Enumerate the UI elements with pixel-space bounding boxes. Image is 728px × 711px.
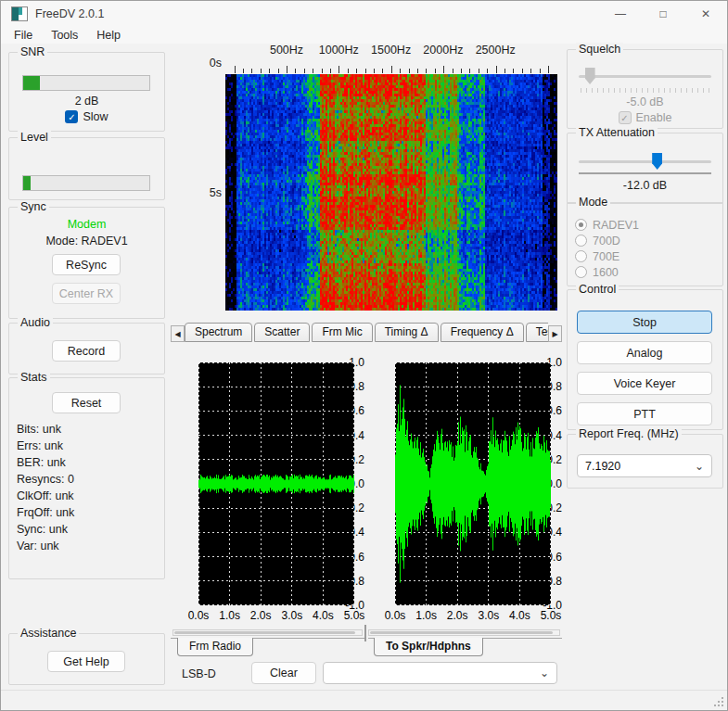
minimize-icon[interactable]: — xyxy=(599,1,642,27)
level-groupbox: Level xyxy=(8,137,165,200)
close-icon[interactable]: ✕ xyxy=(684,1,727,27)
squelch-groupbox: Squelch -5.0 dB ✓ Enable xyxy=(567,49,723,129)
chevron-down-icon: ⌄ xyxy=(540,668,549,678)
x-tick-label: 2.0s xyxy=(250,609,272,622)
reset-button[interactable]: Reset xyxy=(52,392,121,413)
mode-option-label: 1600 xyxy=(593,266,619,279)
stats-list: Bits: unkErrs: unkBER: unkResyncs: 0ClkO… xyxy=(17,421,74,554)
to-speaker-scrollbar[interactable] xyxy=(368,629,560,636)
chevron-down-icon: ⌄ xyxy=(695,462,704,471)
waterfall-freq-label: 500Hz xyxy=(270,44,303,57)
waterfall-tick-strip xyxy=(225,62,557,73)
report-freq-combobox[interactable]: 7.1920 ⌄ xyxy=(577,454,712,477)
x-tick-label: 5.0s xyxy=(541,609,562,622)
menu-bar: FileToolsHelp xyxy=(1,27,727,44)
from-radio-waveform xyxy=(198,362,354,605)
radio-icon xyxy=(575,250,587,262)
stat-line: Errs: unk xyxy=(17,438,74,454)
x-tick-label: 2.0s xyxy=(447,609,468,622)
from-radio-scrollbar-thumb[interactable] xyxy=(174,631,355,634)
waterfall-freq-label: 1500Hz xyxy=(371,44,411,57)
get-help-button[interactable]: Get Help xyxy=(47,651,125,672)
tab-frm-mic[interactable]: Frm Mic xyxy=(312,323,372,342)
waterfall-time-5s: 5s xyxy=(198,186,222,199)
tab-frequency-[interactable]: Frequency Δ xyxy=(441,323,524,342)
squelch-slider-track xyxy=(579,75,711,78)
center-panel: 500Hz1000Hz1500Hz2000Hz2500Hz 0s 5s ◀ Sp… xyxy=(171,44,562,692)
window-title: FreeDV 2.0.1 xyxy=(35,7,104,20)
to-speaker-scrollbar-thumb[interactable] xyxy=(370,631,553,634)
stop-button[interactable]: Stop xyxy=(577,311,712,334)
slow-checkbox-label: Slow xyxy=(83,110,108,123)
mode-option-label: 700E xyxy=(593,250,619,263)
radio-dot-icon xyxy=(579,222,583,227)
center-rx-button: Center RX xyxy=(52,283,121,304)
maximize-icon[interactable]: □ xyxy=(642,1,684,27)
tx-attenuation-groupbox: TX Attenuation -12.0 dB xyxy=(567,133,723,204)
waterfall-freq-label: 2500Hz xyxy=(476,44,516,57)
title-bar: FreeDV 2.0.1 — □ ✕ xyxy=(1,1,727,27)
squelch-enable-checkbox: ✓ xyxy=(619,111,632,124)
mode-option-700e: 700E xyxy=(575,248,639,264)
audio-label: Audio xyxy=(18,316,53,329)
x-tick-label: 0.0s xyxy=(385,609,406,622)
check-icon: ✓ xyxy=(68,112,75,122)
tx-attenuation-slider-thumb[interactable] xyxy=(652,153,662,170)
level-label: Level xyxy=(18,131,51,144)
squelch-slider-thumb xyxy=(585,68,595,84)
squelch-enable-label: Enable xyxy=(636,111,672,124)
menu-item-help[interactable]: Help xyxy=(87,29,130,42)
mode-option-radev1: RADEV1 xyxy=(575,217,639,233)
x-tick-label: 1.0s xyxy=(415,609,437,622)
voice-keyer-button[interactable]: Voice Keyer xyxy=(577,372,712,395)
waterfall-time-0s: 0s xyxy=(198,57,222,70)
report-freq-groupbox: Report Freq. (MHz) 7.1920 ⌄ xyxy=(567,434,723,489)
squelch-enable-row: ✓ Enable xyxy=(568,111,722,124)
mode-options: RADEV1700D700E1600 xyxy=(575,217,639,280)
menu-item-tools[interactable]: Tools xyxy=(42,29,87,42)
tab-scroll-left-icon[interactable]: ◀ xyxy=(171,325,185,342)
snr-value: 2 dB xyxy=(9,95,164,108)
tx-attenuation-slider-track[interactable] xyxy=(579,160,711,163)
audio-groupbox: Audio Record xyxy=(8,323,165,375)
stat-line: Var: unk xyxy=(17,538,74,554)
waterfall-freq-axis: 500Hz1000Hz1500Hz2000Hz2500Hz xyxy=(171,44,562,57)
squelch-label: Squelch xyxy=(576,43,623,56)
tab-spectrum[interactable]: Spectrum xyxy=(185,323,252,342)
plot-tabs: SpectrumScatterFrm MicTiming ΔFrequency … xyxy=(185,323,548,342)
panel-sash[interactable] xyxy=(364,625,366,641)
callsign-combobox[interactable]: ⌄ xyxy=(323,662,557,684)
resize-grip-icon[interactable] xyxy=(714,697,724,707)
tab-to-speaker[interactable]: To Spkr/Hdphns xyxy=(374,638,483,656)
tx-attenuation-groove xyxy=(579,172,711,174)
ptt-button[interactable]: PTT xyxy=(577,402,712,425)
sync-status-text: Modem xyxy=(9,218,164,231)
clear-button[interactable]: Clear xyxy=(251,662,316,684)
resync-button[interactable]: ReSync xyxy=(52,254,121,275)
tab-timing-[interactable]: Timing Δ xyxy=(375,323,439,342)
tab-scatter[interactable]: Scatter xyxy=(254,323,310,342)
tab-test-fram[interactable]: Test Fram xyxy=(526,323,548,342)
stat-line: BER: unk xyxy=(17,454,74,471)
sync-label: Sync xyxy=(18,200,49,213)
waterfall-freq-label: 1000Hz xyxy=(319,44,359,57)
menu-item-file[interactable]: File xyxy=(5,29,42,42)
mode-option-1600: 1600 xyxy=(575,264,639,280)
snr-groupbox: SNR 2 dB ✓ Slow xyxy=(8,52,165,132)
tab-from-radio[interactable]: Frm Radio xyxy=(177,638,253,656)
radio-icon xyxy=(575,235,587,247)
analog-button[interactable]: Analog xyxy=(577,341,712,364)
slow-checkbox[interactable]: ✓ xyxy=(65,110,78,123)
tab-scroll-right-icon[interactable]: ▶ xyxy=(548,325,562,342)
from-radio-scrollbar[interactable] xyxy=(172,629,363,636)
mode-label: Mode xyxy=(576,196,610,209)
control-label: Control xyxy=(576,283,619,296)
x-tick-label: 4.0s xyxy=(509,609,530,622)
record-button[interactable]: Record xyxy=(52,340,121,362)
squelch-tickstrip xyxy=(581,88,709,93)
stats-groupbox: Stats Reset Bits: unkErrs: unkBER: unkRe… xyxy=(8,377,165,579)
snr-slow-row: ✓ Slow xyxy=(9,110,164,123)
mode-option-label: 700D xyxy=(593,235,620,248)
waterfall-spectrogram xyxy=(225,74,557,311)
x-tick-label: 5.0s xyxy=(344,609,365,622)
